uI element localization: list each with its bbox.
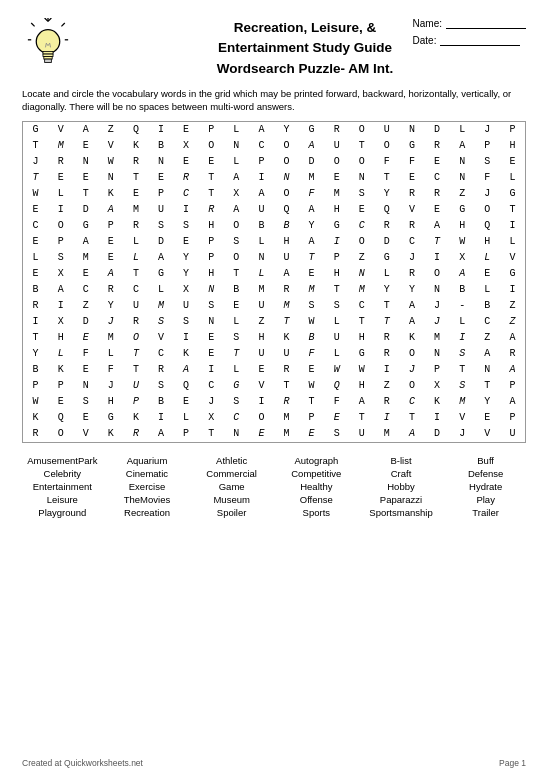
grid-cell: A [73,234,98,250]
word-item: Hobby [361,481,442,492]
word-list: AmusementParkAquariumAthleticAutographB-… [22,455,526,518]
grid-cell: T [23,170,48,186]
word-item: Defense [445,468,526,479]
grid-cell: G [324,218,349,234]
grid-cell: W [299,378,324,394]
grid-cell: L [123,250,148,266]
grid-cell: B [274,218,299,234]
grid-cell: L [475,282,500,298]
grid-cell: S [148,314,173,330]
grid-cell: Z [73,298,98,314]
word-item: Competitive [276,468,357,479]
grid-cell: R [374,394,399,410]
grid-cell: X [450,250,475,266]
grid-cell: N [148,154,173,170]
grid-cell: D [374,234,399,250]
grid-cell: C [23,218,48,234]
grid-cell: I [500,282,525,298]
svg-point-7 [36,30,59,53]
grid-cell: E [324,170,349,186]
grid-cell: Y [174,266,199,282]
grid-cell: E [23,266,48,282]
grid-cell: D [73,202,98,218]
grid-cell: X [224,186,249,202]
grid-cell: U [174,298,199,314]
grid-cell: J [425,314,450,330]
grid-cell: U [324,138,349,154]
grid-cell: E [224,298,249,314]
grid-cell: O [224,250,249,266]
grid-cell: E [123,186,148,202]
grid-cell: R [174,170,199,186]
grid-cell: V [98,138,123,154]
word-item: Paparazzi [361,494,442,505]
grid-cell: L [249,266,274,282]
grid-cell: B [23,282,48,298]
grid-cell: N [475,362,500,378]
grid-cell: S [475,154,500,170]
grid-cell: P [174,426,199,442]
grid-cell: V [450,410,475,426]
grid-cell: T [123,346,148,362]
grid-cell: T [274,314,299,330]
grid-cell: A [48,282,73,298]
grid-cell: B [23,362,48,378]
word-item: AmusementPark [22,455,103,466]
grid-cell: C [174,186,199,202]
grid-cell: C [73,282,98,298]
grid-cell: S [324,298,349,314]
grid-cell: N [425,346,450,362]
grid-cell: L [48,186,73,202]
grid-cell: G [500,266,525,282]
grid-cell: E [324,410,349,426]
grid-cell: T [274,378,299,394]
grid-cell: H [349,378,374,394]
grid-cell: T [374,170,399,186]
grid-cell: T [374,314,399,330]
grid-cell: N [199,282,224,298]
grid-cell: R [324,122,349,138]
grid-cell: Z [500,298,525,314]
svg-rect-11 [45,59,52,62]
grid-cell: F [98,362,123,378]
grid-cell: R [399,218,424,234]
name-field-row: Name: [413,18,526,29]
grid-cell: T [425,234,450,250]
grid-cell: F [475,170,500,186]
grid-cell: A [249,186,274,202]
grid-cell: E [174,234,199,250]
grid-cell: O [399,378,424,394]
grid-cell: R [148,362,173,378]
grid-cell: A [299,202,324,218]
grid-cell: I [249,394,274,410]
page: Name: Date: [0,0,548,776]
grid-cell: A [174,362,199,378]
grid-cell: U [274,346,299,362]
grid-cell: M [48,138,73,154]
grid-cell: I [374,362,399,378]
grid-cell: J [199,394,224,410]
grid-cell: H [199,266,224,282]
grid-cell: I [324,234,349,250]
grid-cell: M [374,426,399,442]
footer-right: Page 1 [499,758,526,768]
grid-cell: C [123,282,148,298]
grid-cell: G [73,218,98,234]
grid-cell: X [425,378,450,394]
grid-cell: E [299,266,324,282]
grid-cell: K [98,426,123,442]
grid-cell: L [324,314,349,330]
grid-cell: T [123,266,148,282]
grid-cell: P [48,378,73,394]
grid-cell: S [324,426,349,442]
grid-cell: R [23,298,48,314]
grid-cell: O [123,330,148,346]
grid-cell: R [399,186,424,202]
grid-cell: L [224,314,249,330]
grid-cell: E [199,154,224,170]
grid-cell: B [148,138,173,154]
grid-cell: L [249,234,274,250]
grid-cell: U [123,298,148,314]
grid-cell: R [374,330,399,346]
grid-cell: K [399,330,424,346]
